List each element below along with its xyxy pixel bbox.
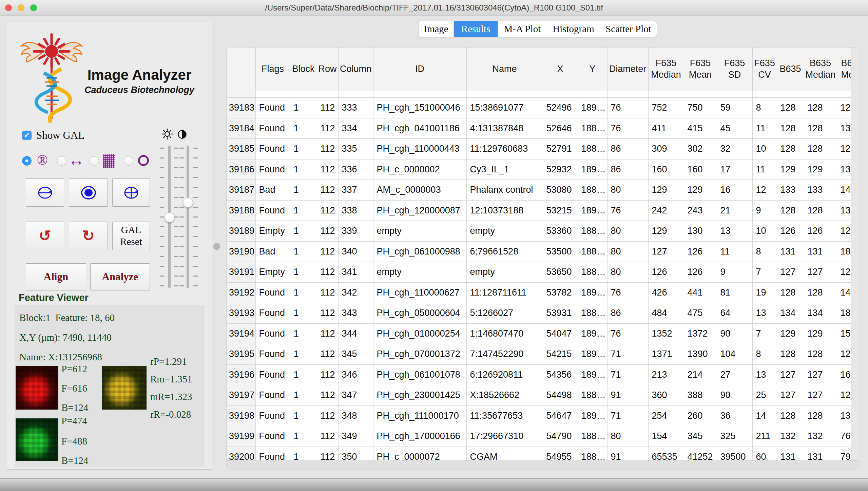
table-cell[interactable]: 53360 bbox=[543, 221, 578, 242]
col-header-name[interactable]: Name bbox=[466, 48, 543, 91]
table-cell[interactable]: 129 bbox=[777, 159, 804, 180]
row-number-cell[interactable]: 39194 bbox=[227, 323, 255, 344]
table-cell[interactable]: 213 bbox=[648, 364, 684, 385]
table-cell[interactable]: 52646 bbox=[543, 118, 578, 139]
table-cell[interactable]: 53931 bbox=[543, 303, 578, 324]
table-cell[interactable]: 211 bbox=[752, 426, 777, 447]
table-row[interactable]: 39189Empty1112339emptyempty53360188…8012… bbox=[227, 221, 851, 242]
table-cell[interactable]: 59 bbox=[717, 98, 752, 118]
table-cell[interactable]: Found bbox=[255, 200, 290, 221]
table-cell[interactable]: 133 bbox=[804, 180, 837, 201]
table-row[interactable]: 39196Found1112346PH_cgh_0610010786:12692… bbox=[227, 364, 851, 385]
table-cell[interactable]: 112 bbox=[317, 323, 338, 344]
table-cell[interactable]: 7 bbox=[752, 323, 777, 344]
table-cell[interactable]: 1352 bbox=[648, 323, 684, 344]
table-cell[interactable]: 76 bbox=[607, 118, 648, 139]
table-cell[interactable]: 342 bbox=[338, 282, 373, 303]
table-cell[interactable]: 52791 bbox=[543, 139, 578, 159]
table-cell[interactable]: 27 bbox=[717, 364, 752, 385]
col-header-b635-median[interactable]: B635 Median bbox=[804, 48, 837, 91]
table-cell[interactable]: 76 bbox=[837, 426, 851, 447]
radio-move-mode[interactable] bbox=[57, 156, 66, 166]
col-header-f635-cv[interactable]: F635 CV bbox=[752, 48, 777, 91]
table-cell[interactable]: 86 bbox=[607, 139, 648, 159]
table-cell[interactable]: 13 bbox=[717, 221, 752, 242]
table-cell[interactable]: 132 bbox=[777, 426, 804, 447]
table-cell[interactable]: 131 bbox=[804, 241, 837, 262]
table-cell[interactable]: 128 bbox=[777, 344, 804, 365]
row-number-cell[interactable]: 39190 bbox=[227, 241, 255, 262]
col-header-x[interactable]: X bbox=[543, 48, 578, 91]
table-row[interactable]: 39193Found1112343PH_cgh_0500006045:12660… bbox=[227, 303, 851, 324]
table-cell[interactable]: 52932 bbox=[543, 159, 578, 180]
col-header-id[interactable]: ID bbox=[373, 48, 466, 91]
col-header-f635-sd[interactable]: F635 SD bbox=[717, 48, 752, 91]
table-row[interactable]: 39199Found1112349PH_cgh_17000016617:2966… bbox=[227, 426, 851, 447]
table-cell[interactable]: 189… bbox=[578, 98, 607, 118]
table-cell[interactable]: 12 bbox=[837, 98, 851, 118]
table-cell[interactable]: Found bbox=[255, 385, 290, 406]
show-gal-control[interactable]: ✓ Show GAL bbox=[22, 129, 84, 141]
table-cell[interactable]: 112 bbox=[317, 221, 338, 242]
table-cell[interactable]: 19 bbox=[752, 282, 777, 303]
col-header-row[interactable]: Row bbox=[317, 48, 338, 91]
table-cell[interactable]: 129 bbox=[804, 323, 837, 344]
table-cell[interactable]: 128 bbox=[777, 200, 804, 221]
row-number-cell[interactable]: 39184 bbox=[227, 118, 255, 139]
table-cell[interactable]: 131 bbox=[777, 241, 804, 262]
row-number-cell[interactable]: 39192 bbox=[227, 282, 255, 303]
table-cell[interactable]: 80 bbox=[607, 241, 648, 262]
table-cell[interactable]: 336 bbox=[338, 159, 373, 180]
table-cell[interactable]: 112 bbox=[317, 405, 338, 426]
table-cell[interactable]: 86 bbox=[607, 159, 648, 180]
table-cell[interactable]: 347 bbox=[338, 385, 373, 406]
table-row[interactable]: 39194Found1112344PH_cgh_0100002541:14680… bbox=[227, 323, 851, 344]
table-cell[interactable]: 126 bbox=[804, 221, 837, 242]
contrast-slider-thumb[interactable] bbox=[183, 197, 193, 208]
table-cell[interactable]: 411 bbox=[648, 118, 684, 139]
table-cell[interactable]: 1 bbox=[290, 241, 317, 262]
gal-reset-button[interactable]: GAL Reset bbox=[112, 222, 150, 250]
table-cell[interactable]: 160 bbox=[648, 159, 684, 180]
table-cell[interactable]: 8 bbox=[752, 241, 777, 262]
row-number-cell[interactable]: 39191 bbox=[227, 262, 255, 283]
table-cell[interactable]: Found bbox=[255, 98, 290, 118]
table-cell[interactable]: 132 bbox=[804, 426, 837, 447]
table-cell[interactable]: 18 bbox=[837, 241, 851, 262]
table-cell[interactable]: 337 bbox=[338, 180, 373, 201]
table-cell[interactable]: 340 bbox=[338, 241, 373, 262]
table-cell[interactable]: 341 bbox=[338, 262, 373, 283]
table-cell[interactable]: 7 bbox=[752, 262, 777, 283]
table-cell[interactable]: 76 bbox=[607, 200, 648, 221]
table-cell[interactable]: 415 bbox=[684, 118, 717, 139]
table-cell[interactable]: 127 bbox=[804, 364, 837, 385]
table-cell[interactable]: 475 bbox=[684, 303, 717, 324]
table-cell[interactable]: 13 bbox=[752, 364, 777, 385]
row-number-cell[interactable]: 39196 bbox=[227, 364, 255, 385]
table-cell[interactable]: 15 bbox=[837, 323, 851, 344]
table-cell[interactable]: 112 bbox=[317, 364, 338, 385]
table-cell[interactable]: 189… bbox=[578, 323, 607, 344]
table-cell[interactable]: 127 bbox=[777, 364, 804, 385]
table-cell[interactable]: 1 bbox=[290, 221, 317, 242]
row-number-cell[interactable]: 39189 bbox=[227, 221, 255, 242]
row-number-cell[interactable]: 39199 bbox=[227, 426, 255, 447]
table-cell[interactable]: 160 bbox=[684, 159, 717, 180]
table-cell[interactable]: 189… bbox=[578, 344, 607, 365]
table-cell[interactable]: 14 bbox=[837, 180, 851, 201]
table-row[interactable]: 39198Found1112348PH_cgh_11100017011:3567… bbox=[227, 405, 851, 426]
table-cell[interactable]: 1 bbox=[290, 344, 317, 365]
table-cell[interactable]: PH_cgh_151000046 bbox=[373, 98, 466, 118]
table-cell[interactable]: 12:10373188 bbox=[466, 200, 543, 221]
table-cell[interactable]: 13 bbox=[837, 118, 851, 139]
table-cell[interactable]: PH_cgh_111000170 bbox=[373, 405, 466, 426]
show-gal-checkbox[interactable]: ✓ bbox=[22, 131, 32, 140]
table-cell[interactable]: 1 bbox=[290, 159, 317, 180]
table-cell[interactable]: 71 bbox=[607, 405, 648, 426]
table-cell[interactable]: 112 bbox=[317, 282, 338, 303]
analyze-button[interactable]: Analyze bbox=[90, 263, 150, 290]
table-cell[interactable]: Empty bbox=[255, 221, 290, 242]
table-cell[interactable]: 339 bbox=[338, 221, 373, 242]
table-cell[interactable]: 112 bbox=[317, 159, 338, 180]
table-cell[interactable]: 71 bbox=[607, 364, 648, 385]
